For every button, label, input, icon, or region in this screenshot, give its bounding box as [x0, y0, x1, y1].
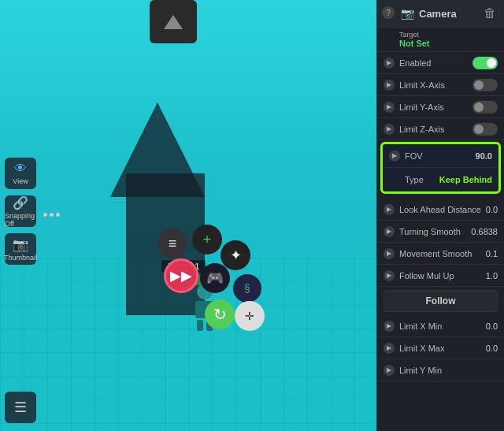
type-label: Type — [389, 175, 439, 184]
look-ahead-property: ▶ Look Ahead Distance 0.0 — [377, 199, 504, 221]
enabled-toggle[interactable] — [472, 57, 498, 69]
limit-x-min-property: ▶ Limit X Min 0.0 — [377, 315, 504, 337]
thumbnail-icon: 📷 — [13, 237, 28, 252]
right-panel: ? 📷 Camera 🗑 Target Not Set ▶ Enabled ▶ … — [376, 0, 504, 431]
camera-icon: 📷 — [401, 7, 414, 20]
expand-followmul[interactable]: ▶ — [384, 270, 395, 281]
top-object — [150, 0, 197, 43]
delete-button[interactable]: 🗑 — [484, 6, 496, 20]
target-property: Target Not Set — [377, 28, 504, 52]
limit-y-toggle[interactable] — [472, 101, 498, 113]
thumbnail-button[interactable]: 📷 Thumbnail — [5, 233, 36, 265]
limit-z-toggle[interactable] — [472, 123, 498, 136]
enabled-property: ▶ Enabled — [377, 52, 504, 74]
follow-mul-up-label: Follow Mul Up — [399, 271, 486, 281]
bio-button[interactable]: ✦ — [220, 240, 250, 270]
movement-smooth-property: ▶ Movement Smooth 0.1 — [377, 243, 504, 265]
menu-icon: ☰ — [14, 399, 27, 416]
char-leg-left — [197, 320, 203, 331]
expand-movement[interactable]: ▶ — [384, 248, 395, 259]
spiral-button[interactable]: § — [233, 274, 261, 303]
type-property: Type Keep Behind — [383, 168, 498, 191]
expand-ymin[interactable]: ▶ — [384, 365, 395, 376]
arrow-icon — [164, 15, 183, 29]
refresh-button[interactable]: ↻ — [205, 299, 235, 329]
dot — [43, 213, 47, 217]
target-value[interactable]: Not Set — [399, 39, 430, 48]
expand-lookahead[interactable]: ▶ — [384, 204, 395, 215]
fov-property: ▶ FOV 90.0 — [383, 144, 498, 168]
movement-smooth-label: Movement Smooth — [399, 249, 486, 258]
follow-label[interactable]: Follow — [426, 295, 456, 307]
snapping-label: Snapping Off — [5, 212, 36, 228]
limit-x-label: Limit X-Axis — [399, 80, 472, 90]
look-ahead-value: 0.0 — [486, 205, 498, 214]
follow-row: Follow — [384, 290, 498, 312]
dot — [50, 213, 54, 217]
limit-x-max-property: ▶ Limit X Max 0.0 — [377, 337, 504, 359]
expand-limitx[interactable]: ▶ — [384, 80, 395, 91]
target-label: Target — [399, 31, 419, 39]
lower-properties: ▶ Look Ahead Distance 0.0 ▶ Turning Smoo… — [377, 195, 504, 385]
question-icon[interactable]: ? — [382, 6, 395, 19]
limit-x-max-value: 0.0 — [486, 344, 498, 353]
movement-smooth-value: 0.1 — [486, 249, 498, 258]
turning-smooth-value: 0.6838 — [471, 227, 498, 236]
expand-xmax[interactable]: ▶ — [384, 343, 395, 354]
panel-header: ? 📷 Camera 🗑 — [377, 0, 504, 28]
expand-fov[interactable]: ▶ — [389, 150, 400, 162]
menu-button[interactable]: ≡ — [158, 229, 187, 258]
panel-title-group: 📷 Camera — [401, 7, 457, 20]
expand-turning[interactable]: ▶ — [384, 226, 395, 237]
eye-icon: 👁 — [14, 162, 27, 176]
left-toolbar: 👁 View 🔗 Snapping Off 📷 Thumbnail — [5, 158, 36, 265]
3d-viewport: Player 1 ≡ + ✦ ▶▶ 🎮 § ↻ ✛ 👁 View 🔗 Snapp… — [0, 0, 376, 431]
bottom-left-button[interactable]: ☰ — [5, 392, 36, 423]
dot — [56, 213, 60, 217]
fov-label: FOV — [405, 151, 476, 161]
char-button[interactable]: 🎮 — [200, 263, 230, 293]
add-button[interactable]: + — [192, 225, 222, 255]
highlight-box: ▶ FOV 90.0 Type Keep Behind — [380, 142, 501, 194]
snapping-icon: 🔗 — [13, 195, 28, 210]
limit-x-max-label: Limit X Max — [399, 344, 486, 353]
thumbnail-label: Thumbnail — [4, 254, 37, 262]
enabled-label: Enabled — [399, 58, 472, 68]
turning-smooth-label: Turning Smooth — [399, 227, 471, 236]
limit-x-toggle[interactable] — [472, 79, 498, 91]
limit-z-axis-property: ▶ Limit Z-Axis — [377, 118, 504, 140]
limit-z-label: Limit Z-Axis — [399, 124, 472, 134]
fov-value[interactable]: 90.0 — [476, 151, 492, 161]
expand-limitz[interactable]: ▶ — [384, 124, 395, 135]
limit-y-label: Limit Y-Axis — [399, 102, 472, 112]
look-ahead-label: Look Ahead Distance — [399, 205, 486, 214]
expand-limity[interactable]: ▶ — [384, 102, 395, 113]
camera-button[interactable]: ▶▶ — [164, 258, 198, 293]
turning-smooth-property: ▶ Turning Smooth 0.6838 — [377, 221, 504, 243]
panel-title: Camera — [419, 8, 457, 20]
limit-x-axis-property: ▶ Limit X-Axis — [377, 74, 504, 96]
snapping-button[interactable]: 🔗 Snapping Off — [5, 195, 36, 227]
follow-mul-up-value: 1.0 — [486, 271, 498, 281]
limit-y-axis-property: ▶ Limit Y-Axis — [377, 96, 504, 118]
limit-x-min-value: 0.0 — [486, 321, 498, 331]
type-value[interactable]: Keep Behind — [439, 175, 492, 184]
expand-enabled[interactable]: ▶ — [384, 58, 395, 69]
follow-mul-up-property: ▶ Follow Mul Up 1.0 — [377, 265, 504, 287]
three-dots — [43, 213, 60, 217]
limit-x-min-label: Limit X Min — [399, 321, 486, 331]
limit-y-min-label: Limit Y Min — [399, 366, 498, 375]
expand-xmin[interactable]: ▶ — [384, 321, 395, 332]
view-label: View — [13, 177, 28, 185]
view-button[interactable]: 👁 View — [5, 158, 36, 189]
move-button[interactable]: ✛ — [235, 301, 265, 331]
limit-y-min-property: ▶ Limit Y Min — [377, 359, 504, 381]
